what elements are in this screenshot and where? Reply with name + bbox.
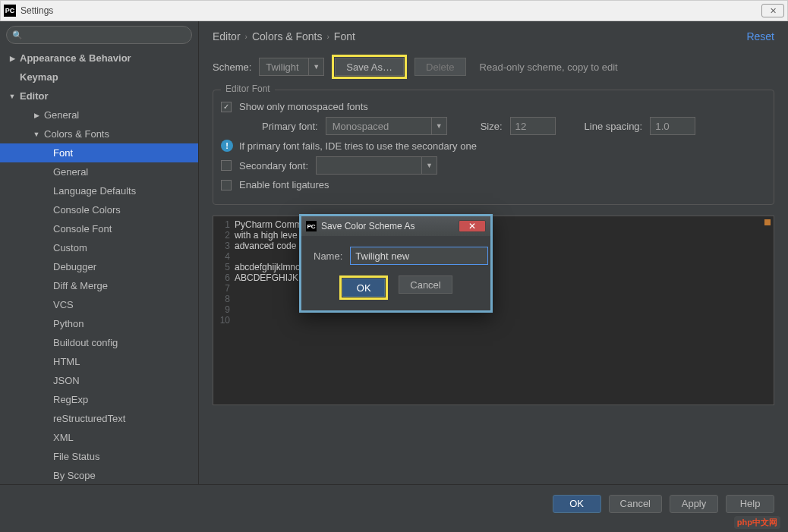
dialog-close-button[interactable]: ✕	[459, 220, 486, 232]
sidebar-item-label: RegExp	[53, 394, 88, 405]
primary-font-label: Primary font:	[262, 121, 318, 132]
sidebar-item-label: Diff & Merge	[53, 280, 108, 291]
sidebar-item-label: Keymap	[20, 71, 58, 83]
sidebar-item-font[interactable]: Font	[0, 143, 198, 162]
sidebar-item-label: Buildout config	[53, 337, 118, 348]
chevron-down-icon: ▼	[421, 157, 437, 174]
preview-line: 10	[213, 315, 774, 326]
chevron-right-icon: ›	[327, 33, 329, 41]
sidebar-search-input[interactable]	[6, 26, 192, 44]
save-as-button[interactable]: Save As…	[335, 58, 404, 76]
dialog-cancel-button[interactable]: Cancel	[399, 275, 452, 294]
sidebar-item-editor[interactable]: ▼Editor	[0, 87, 198, 105]
ok-button[interactable]: OK	[553, 495, 601, 513]
breadcrumb-editor[interactable]: Editor	[213, 30, 241, 42]
settings-tree[interactable]: ▶Appearance & BehaviorKeymap▼Editor▶Gene…	[0, 49, 198, 484]
sidebar-item-label: Language Defaults	[53, 185, 136, 197]
preview-marker-icon	[764, 219, 771, 225]
sidebar-item-html[interactable]: HTML	[0, 352, 198, 371]
app-icon: PC	[306, 221, 317, 231]
sidebar-item-console-colors[interactable]: Console Colors	[0, 200, 198, 219]
scheme-value: Twilight	[260, 61, 308, 73]
sidebar-item-appearance-behavior[interactable]: ▶Appearance & Behavior	[0, 49, 198, 68]
chevron-right-icon: ›	[245, 33, 247, 41]
dialog-titlebar[interactable]: PC Save Color Scheme As ✕	[301, 216, 490, 236]
window-close-button[interactable]: ✕	[761, 4, 784, 17]
line-number: 9	[213, 304, 235, 315]
line-code: with a high leve	[235, 230, 298, 241]
sidebar-item-label: Custom	[53, 242, 87, 253]
primary-font-dropdown[interactable]: Monospaced ▼	[326, 117, 447, 135]
sidebar-item-label: Python	[53, 318, 84, 329]
sidebar-item-restructuredtext[interactable]: reStructuredText	[0, 409, 198, 428]
preview-line: 5abcdefghijklmnopqrstuvwxyz 0123456789 (…	[213, 262, 774, 272]
preview-line: 6ABCDEFGHIJKLMNOPQRSTUVWXYZ +-*/= .,;:!?…	[213, 272, 774, 283]
preview-line: 8	[213, 294, 774, 304]
sidebar-item-label: JSON	[53, 375, 80, 386]
chevron-right-icon: ▶	[32, 112, 41, 119]
show-monospaced-label: Show only monospaced fonts	[239, 101, 368, 112]
delete-scheme-button: Delete	[414, 58, 466, 76]
editor-font-title: Editor Font	[221, 83, 275, 94]
preview-line: 2with a high leve	[213, 230, 774, 241]
sidebar-item-custom[interactable]: Custom	[0, 238, 198, 257]
sidebar-item-general[interactable]: General	[0, 162, 198, 181]
scheme-dropdown[interactable]: Twilight ▼	[259, 58, 324, 76]
sidebar-item-json[interactable]: JSON	[0, 371, 198, 390]
preview-line: 7	[213, 283, 774, 294]
line-number: 10	[213, 315, 235, 326]
sidebar-item-regexp[interactable]: RegExp	[0, 390, 198, 409]
dialog-ok-button[interactable]: OK	[342, 279, 385, 297]
sidebar-item-label: General	[44, 109, 79, 121]
fallback-hint: If primary font fails, IDE tries to use …	[239, 140, 477, 152]
sidebar-item-label: HTML	[53, 356, 80, 367]
readonly-hint: Read-only scheme, copy to edit	[480, 61, 618, 73]
ligatures-checkbox[interactable]	[221, 180, 232, 190]
sidebar-item-colors-fonts[interactable]: ▼Colors & Fonts	[0, 124, 198, 143]
search-icon: 🔍	[12, 30, 23, 40]
line-number: 4	[213, 251, 235, 262]
dialog-name-label: Name:	[314, 250, 342, 262]
sidebar-item-language-defaults[interactable]: Language Defaults	[0, 181, 198, 200]
reset-link[interactable]: Reset	[746, 30, 774, 42]
sidebar-item-file-status[interactable]: File Status	[0, 447, 198, 466]
line-number: 6	[213, 272, 235, 283]
sidebar-item-keymap[interactable]: Keymap	[0, 68, 198, 87]
help-button[interactable]: Help	[726, 495, 774, 513]
sidebar-item-by-scope[interactable]: By Scope	[0, 466, 198, 484]
font-size-input[interactable]	[510, 117, 556, 135]
preview-line: 4	[213, 251, 774, 262]
info-icon: !	[221, 140, 233, 152]
cancel-button[interactable]: Cancel	[609, 495, 662, 513]
breadcrumb-colors-fonts[interactable]: Colors & Fonts	[252, 30, 323, 42]
dialog-footer: OK Cancel Apply Help	[0, 484, 788, 522]
sidebar-item-label: File Status	[53, 451, 99, 462]
sidebar-item-diff-merge[interactable]: Diff & Merge	[0, 276, 198, 295]
show-monospaced-checkbox[interactable]: ✓	[221, 102, 232, 112]
line-number: 3	[213, 241, 235, 251]
breadcrumb: Editor › Colors & Fonts › Font Reset	[199, 21, 788, 50]
scheme-name-input[interactable]	[350, 247, 488, 265]
sidebar-item-general[interactable]: ▶General	[0, 105, 198, 124]
sidebar-item-buildout-config[interactable]: Buildout config	[0, 333, 198, 352]
preview-line: 3advanced code ed	[213, 241, 774, 251]
secondary-font-dropdown[interactable]: ▼	[316, 156, 437, 175]
line-number: 2	[213, 230, 235, 241]
sidebar-item-xml[interactable]: XML	[0, 428, 198, 447]
secondary-font-checkbox[interactable]	[221, 160, 232, 171]
sidebar-item-debugger[interactable]: Debugger	[0, 257, 198, 276]
main-panel: Editor › Colors & Fonts › Font Reset Sch…	[199, 21, 788, 484]
sidebar-item-label: Debugger	[53, 261, 96, 272]
save-as-highlight: Save As…	[332, 55, 407, 79]
size-label: Size:	[481, 121, 503, 132]
line-number: 1	[213, 219, 235, 230]
sidebar-item-label: reStructuredText	[53, 413, 125, 424]
apply-button[interactable]: Apply	[670, 495, 718, 513]
sidebar-item-label: Console Colors	[53, 204, 121, 216]
sidebar-item-console-font[interactable]: Console Font	[0, 219, 198, 238]
sidebar-item-label: By Scope	[53, 470, 96, 481]
sidebar-item-vcs[interactable]: VCS	[0, 295, 198, 314]
line-spacing-input[interactable]	[650, 117, 695, 135]
sidebar-item-python[interactable]: Python	[0, 314, 198, 333]
primary-font-value: Monospaced	[326, 121, 431, 132]
